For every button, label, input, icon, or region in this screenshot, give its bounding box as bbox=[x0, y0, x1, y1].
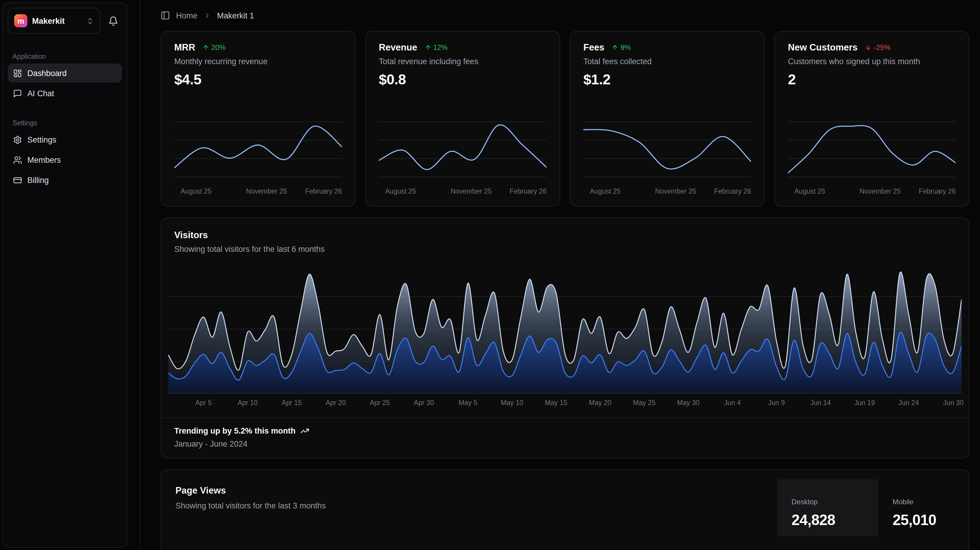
app-root: m Makerkit Application Dashboard AI Ch bbox=[0, 0, 980, 550]
x-tick-label: May 10 bbox=[501, 399, 523, 406]
x-tick-label: February 26 bbox=[919, 188, 956, 195]
sidebar-item-ai-chat[interactable]: AI Chat bbox=[8, 84, 122, 103]
sparkline-svg bbox=[174, 113, 342, 184]
message-square-icon bbox=[13, 89, 22, 98]
breadcrumb-home-link[interactable]: Home bbox=[176, 11, 197, 20]
stat-description: Monthly recurring revenue bbox=[174, 57, 342, 66]
visitors-chart bbox=[168, 264, 962, 394]
sidebar-item-dashboard[interactable]: Dashboard bbox=[8, 63, 122, 82]
notifications-button[interactable] bbox=[104, 10, 122, 32]
layout-dashboard-icon bbox=[13, 68, 22, 78]
stat-value: 2 bbox=[788, 71, 956, 88]
x-tick-label: May 30 bbox=[677, 399, 699, 406]
sidebar-item-billing[interactable]: Billing bbox=[8, 170, 122, 189]
panel-left-icon bbox=[161, 11, 170, 20]
stat-value: $1.2 bbox=[583, 71, 751, 88]
bell-icon bbox=[108, 16, 118, 26]
sparkline-x-axis: August 25November 25February 26 bbox=[174, 185, 342, 199]
x-tick-label: Apr 10 bbox=[237, 399, 258, 406]
sparkline-svg bbox=[788, 113, 956, 184]
visitors-date-range: January - June 2024 bbox=[174, 439, 956, 449]
x-tick-label: August 25 bbox=[794, 188, 826, 195]
workspace-name: Makerkit bbox=[32, 16, 65, 25]
gear-icon bbox=[13, 135, 22, 144]
stat-description: Total fees collected bbox=[583, 57, 751, 66]
sidebar-item-label: Billing bbox=[27, 176, 49, 184]
stat-title: Revenue bbox=[379, 42, 417, 53]
stat-title: MRR bbox=[174, 42, 195, 53]
visitors-card: Visitors Showing total visitors for the … bbox=[161, 217, 969, 458]
x-tick-label: Jun 24 bbox=[899, 399, 919, 406]
sparkline-x-axis: August 25November 25February 26 bbox=[788, 185, 956, 199]
sidebar-item-members[interactable]: Members bbox=[8, 150, 122, 169]
arrow-up-icon bbox=[202, 44, 210, 51]
sparkline-chart: August 25November 25February 26 bbox=[788, 113, 956, 199]
stat-description: Total revenue including fees bbox=[379, 57, 546, 66]
visitors-footer: Trending up by 5.2% this month January -… bbox=[161, 418, 969, 458]
sidebar-section-label: Settings bbox=[8, 119, 122, 127]
toggle-label: Desktop bbox=[791, 498, 818, 506]
sidebar-item-label: AI Chat bbox=[27, 89, 54, 98]
toggle-value: 25,010 bbox=[892, 511, 955, 528]
x-tick-label: Jun 14 bbox=[810, 399, 831, 406]
sparkline-chart: August 25November 25February 26 bbox=[174, 113, 342, 199]
x-tick-label: November 25 bbox=[246, 188, 287, 195]
x-tick-label: November 25 bbox=[655, 188, 696, 195]
visitors-title: Visitors bbox=[174, 230, 956, 241]
page-views-toggle-mobile[interactable]: Mobile 25,010 bbox=[878, 479, 969, 536]
sidebar-toggle-button[interactable] bbox=[161, 11, 170, 20]
x-tick-label: August 25 bbox=[590, 188, 621, 195]
x-tick-label: February 26 bbox=[510, 188, 546, 195]
breadcrumb: Home Makerkit 1 bbox=[161, 0, 969, 31]
x-tick-label: Jun 9 bbox=[768, 399, 785, 406]
page-views-card: Page Views Showing total visitors for th… bbox=[161, 469, 969, 550]
stat-value: $4.5 bbox=[174, 71, 342, 88]
workspace-selector[interactable]: m Makerkit bbox=[8, 8, 100, 34]
sidebar-panel: m Makerkit Application Dashboard AI Ch bbox=[2, 2, 127, 548]
chevron-right-icon bbox=[204, 11, 211, 19]
change-badge: 12% bbox=[424, 43, 447, 52]
users-icon bbox=[13, 155, 22, 164]
x-tick-label: May 15 bbox=[545, 399, 567, 406]
sidebar-item-label: Members bbox=[27, 155, 61, 164]
toggle-label: Mobile bbox=[892, 498, 914, 506]
change-badge: 20% bbox=[202, 43, 226, 52]
arrow-up-icon bbox=[612, 44, 619, 51]
sidebar-item-settings[interactable]: Settings bbox=[8, 130, 122, 149]
change-badge: 9% bbox=[612, 43, 631, 52]
x-tick-label: Apr 20 bbox=[326, 399, 346, 406]
stat-card-mrr: MRR 20% Monthly recurring revenue $4.5 A… bbox=[161, 31, 356, 207]
toggle-value: 24,828 bbox=[791, 511, 864, 528]
x-tick-label: May 20 bbox=[589, 399, 611, 406]
stat-description: Customers who signed up this month bbox=[788, 57, 956, 66]
visitors-description: Showing total visitors for the last 6 mo… bbox=[174, 245, 956, 254]
sparkline-svg bbox=[583, 113, 751, 184]
chevrons-up-down-icon bbox=[86, 17, 94, 25]
x-tick-label: May 25 bbox=[633, 399, 655, 406]
sparkline-x-axis: August 25November 25February 26 bbox=[583, 185, 751, 199]
sparkline-chart: August 25November 25February 26 bbox=[379, 113, 546, 199]
trending-up-icon bbox=[300, 426, 309, 435]
stat-card-fees: Fees 9% Total fees collected $1.2 August… bbox=[570, 31, 765, 207]
stat-card-row: MRR 20% Monthly recurring revenue $4.5 A… bbox=[161, 31, 969, 207]
visitors-area-chart-svg bbox=[168, 264, 962, 394]
change-value: 9% bbox=[620, 43, 631, 52]
visitors-x-axis: Apr 5Apr 10Apr 15Apr 20Apr 25Apr 30May 5… bbox=[168, 397, 962, 413]
sidebar-item-label: Settings bbox=[27, 135, 56, 144]
sparkline-chart: August 25November 25February 26 bbox=[583, 113, 751, 199]
credit-card-icon bbox=[13, 176, 22, 184]
page-views-toggles: Desktop 24,828 Mobile 25,010 bbox=[777, 470, 969, 550]
visitors-trend-text: Trending up by 5.2% this month bbox=[174, 426, 296, 435]
x-tick-label: February 26 bbox=[714, 188, 751, 195]
x-tick-label: November 25 bbox=[450, 188, 492, 195]
breadcrumb-current: Makerkit 1 bbox=[217, 11, 254, 20]
x-tick-label: Apr 30 bbox=[414, 399, 434, 406]
stat-card-revenue: Revenue 12% Total revenue including fees… bbox=[365, 31, 560, 207]
makerkit-logo: m bbox=[14, 14, 27, 27]
sparkline-x-axis: August 25November 25February 26 bbox=[379, 185, 546, 199]
arrow-up-icon bbox=[424, 44, 431, 51]
x-tick-label: Jun 19 bbox=[854, 399, 875, 406]
page-views-toggle-desktop[interactable]: Desktop 24,828 bbox=[777, 479, 878, 536]
sidebar: m Makerkit Application Dashboard AI Ch bbox=[0, 0, 140, 550]
sidebar-item-label: Dashboard bbox=[27, 68, 67, 78]
